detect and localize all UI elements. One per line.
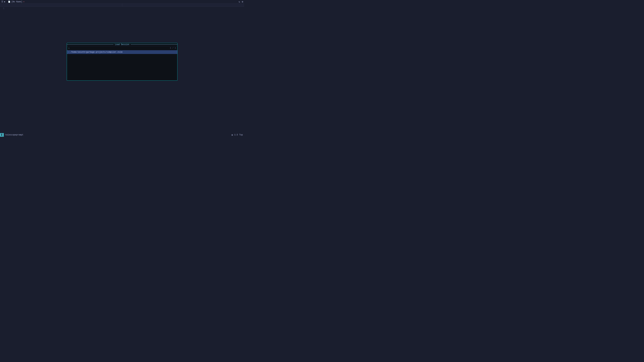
modal-title-bar: Load Session (67, 43, 177, 46)
tab-file-icon: 📄 (8, 1, 10, 3)
result-item-0[interactable]: › /home/zeioth/garbage-projects/compiler… (67, 50, 177, 54)
top-bar-left (0, 4, 122, 7)
tab-bar-left: ☰ ▶ (0, 0, 7, 3)
modal-result-count: 1 / 1 (170, 47, 176, 49)
refresh-icon[interactable]: ↻ (238, 0, 240, 3)
modal-search-input[interactable] (70, 47, 176, 49)
settings-icon[interactable]: ⚙ (242, 0, 244, 3)
result-path-0: /home/zeioth/garbage-projects/compiler.n… (70, 51, 122, 53)
top-bar-right (122, 4, 244, 7)
modal-input-row: › 1 / 1 (67, 46, 177, 50)
modal-title-text: Load Session (115, 43, 129, 46)
tab-title: [No Name] (12, 1, 22, 3)
editor-area: 1 Load Session › 1 / 1 › /home/zeioth/ga (0, 4, 244, 133)
run-icon[interactable]: ▶ (4, 0, 5, 3)
tab-item[interactable]: 📄 [No Name] × (7, 0, 26, 3)
top-bar (0, 4, 244, 7)
status-mode-indicator: ▌ (0, 133, 4, 137)
status-position: 1:3 (234, 134, 238, 136)
line-number-1: 1 (1, 7, 6, 10)
tab-bar: ☰ ▶ 📄 [No Name] × ↻ ⚙ (0, 0, 244, 4)
menu-icon[interactable]: ☰ (1, 0, 3, 3)
status-bar-right: ⊞ 1:3 Top (232, 134, 244, 136)
telescope-modal[interactable]: Load Session › 1 / 1 › /home/zeioth/garb… (67, 43, 178, 81)
modal-prompt-icon: › (68, 47, 70, 49)
tab-bar-actions: ↻ ⚙ (238, 0, 244, 3)
spacing-icon: ⊞ (232, 134, 233, 136)
modal-results-list: › /home/zeioth/garbage-projects/compiler… (67, 50, 177, 80)
tab-close-button[interactable]: × (23, 1, 24, 3)
status-scroll: Top (239, 134, 243, 136)
status-filename: telescopeprompt (4, 134, 25, 136)
status-bar: ▌ telescopeprompt ⊞ 1:3 Top (0, 133, 244, 137)
status-mode-bar: ▌ (1, 134, 2, 136)
editor-line-1: 1 (0, 7, 244, 10)
modal-title-line: Load Session (67, 43, 177, 46)
result-chevron-icon: › (68, 51, 70, 53)
status-bar-left: ▌ telescopeprompt (0, 133, 25, 137)
